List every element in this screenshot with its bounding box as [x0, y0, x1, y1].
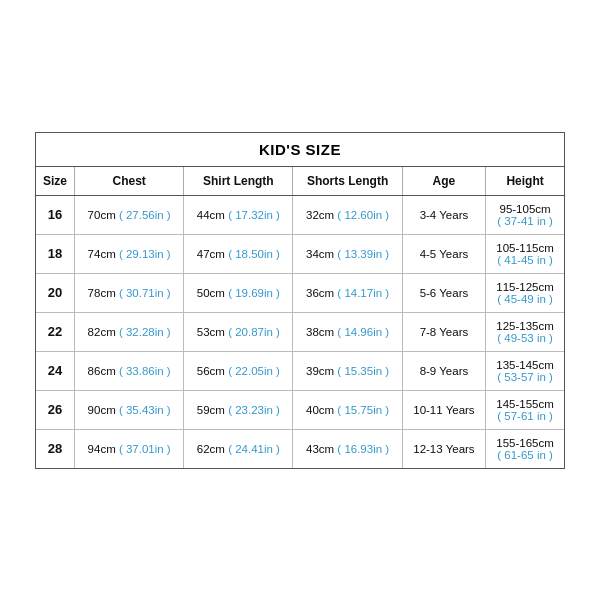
cell-shirt: 59cm ( 23.23in ): [184, 390, 293, 429]
cell-shirt: 47cm ( 18.50in ): [184, 234, 293, 273]
cell-shirt: 44cm ( 17.32in ): [184, 195, 293, 234]
cell-height: 145-155cm( 57-61 in ): [486, 390, 564, 429]
cell-size: 20: [36, 273, 75, 312]
cell-height: 135-145cm( 53-57 in ): [486, 351, 564, 390]
cell-chest: 86cm ( 33.86in ): [75, 351, 184, 390]
header-age: Age: [402, 166, 485, 195]
cell-shorts: 43cm ( 16.93in ): [293, 429, 402, 468]
cell-shirt: 50cm ( 19.69in ): [184, 273, 293, 312]
cell-shorts: 34cm ( 13.39in ): [293, 234, 402, 273]
cell-chest: 78cm ( 30.71in ): [75, 273, 184, 312]
cell-size: 16: [36, 195, 75, 234]
table-header-row: Size Chest Shirt Length Shorts Length Ag…: [36, 166, 564, 195]
cell-shirt: 62cm ( 24.41in ): [184, 429, 293, 468]
cell-size: 26: [36, 390, 75, 429]
header-chest: Chest: [75, 166, 184, 195]
header-shorts-length: Shorts Length: [293, 166, 402, 195]
cell-size: 28: [36, 429, 75, 468]
cell-age: 8-9 Years: [402, 351, 485, 390]
table-row: 22 82cm ( 32.28in ) 53cm ( 20.87in ) 38c…: [36, 312, 564, 351]
cell-age: 5-6 Years: [402, 273, 485, 312]
cell-chest: 70cm ( 27.56in ): [75, 195, 184, 234]
cell-size: 18: [36, 234, 75, 273]
cell-chest: 82cm ( 32.28in ): [75, 312, 184, 351]
cell-age: 7-8 Years: [402, 312, 485, 351]
cell-height: 155-165cm( 61-65 in ): [486, 429, 564, 468]
cell-shirt: 53cm ( 20.87in ): [184, 312, 293, 351]
cell-shorts: 36cm ( 14.17in ): [293, 273, 402, 312]
header-height: Height: [486, 166, 564, 195]
cell-age: 10-11 Years: [402, 390, 485, 429]
cell-height: 125-135cm( 49-53 in ): [486, 312, 564, 351]
table-title-row: KID'S SIZE: [36, 133, 564, 167]
cell-shorts: 38cm ( 14.96in ): [293, 312, 402, 351]
cell-height: 115-125cm( 45-49 in ): [486, 273, 564, 312]
cell-chest: 74cm ( 29.13in ): [75, 234, 184, 273]
cell-age: 4-5 Years: [402, 234, 485, 273]
table-row: 26 90cm ( 35.43in ) 59cm ( 23.23in ) 40c…: [36, 390, 564, 429]
header-shirt-length: Shirt Length: [184, 166, 293, 195]
cell-shorts: 39cm ( 15.35in ): [293, 351, 402, 390]
cell-age: 3-4 Years: [402, 195, 485, 234]
size-chart-container: KID'S SIZE Size Chest Shirt Length Short…: [35, 132, 565, 469]
cell-shorts: 40cm ( 15.75in ): [293, 390, 402, 429]
table-row: 16 70cm ( 27.56in ) 44cm ( 17.32in ) 32c…: [36, 195, 564, 234]
cell-chest: 90cm ( 35.43in ): [75, 390, 184, 429]
table-row: 20 78cm ( 30.71in ) 50cm ( 19.69in ) 36c…: [36, 273, 564, 312]
cell-shirt: 56cm ( 22.05in ): [184, 351, 293, 390]
table-row: 28 94cm ( 37.01in ) 62cm ( 24.41in ) 43c…: [36, 429, 564, 468]
table-title: KID'S SIZE: [36, 133, 564, 167]
cell-age: 12-13 Years: [402, 429, 485, 468]
table-row: 18 74cm ( 29.13in ) 47cm ( 18.50in ) 34c…: [36, 234, 564, 273]
cell-shorts: 32cm ( 12.60in ): [293, 195, 402, 234]
cell-size: 22: [36, 312, 75, 351]
cell-chest: 94cm ( 37.01in ): [75, 429, 184, 468]
cell-height: 105-115cm( 41-45 in ): [486, 234, 564, 273]
table-row: 24 86cm ( 33.86in ) 56cm ( 22.05in ) 39c…: [36, 351, 564, 390]
cell-height: 95-105cm( 37-41 in ): [486, 195, 564, 234]
header-size: Size: [36, 166, 75, 195]
cell-size: 24: [36, 351, 75, 390]
